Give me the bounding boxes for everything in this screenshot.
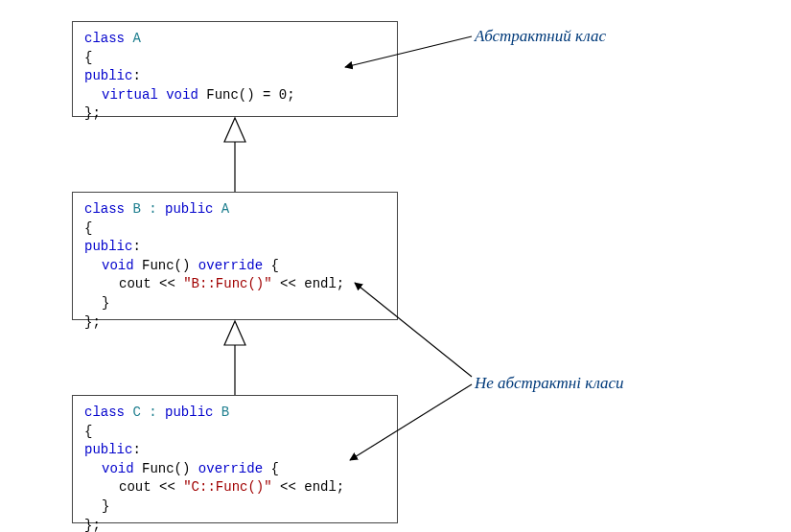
class-name: B :: [125, 201, 165, 217]
code-line: {: [84, 423, 385, 442]
code-line: public:: [84, 441, 385, 460]
code-line: };: [84, 313, 385, 333]
keyword-void: void: [166, 87, 198, 103]
code-line: virtual void Func() = 0;: [84, 86, 385, 105]
class-b-box: class B : public A { public: void Func()…: [72, 192, 398, 320]
code-line: void Func() override {: [84, 257, 385, 276]
keyword-void: void: [102, 461, 134, 476]
keyword-class: class: [84, 405, 125, 420]
code-line: cout << "C::Func()" << endl;: [84, 478, 385, 497]
code-line: public:: [84, 238, 385, 257]
code-line: class A: [84, 30, 385, 49]
code-line: };: [84, 104, 385, 124]
keyword-public: public: [165, 405, 213, 420]
code-line: {: [84, 49, 385, 68]
keyword-public: public: [165, 201, 213, 217]
class-c-box: class C : public B { public: void Func()…: [72, 395, 398, 523]
code-line: public:: [84, 67, 385, 86]
string-literal: "C::Func()": [183, 479, 271, 495]
keyword-override: override: [198, 461, 263, 476]
keyword-class: class: [84, 201, 125, 217]
class-name: C :: [125, 405, 165, 420]
class-a-box: class A { public: virtual void Func() = …: [72, 21, 398, 117]
class-name: A: [125, 31, 141, 46]
keyword-public: public: [84, 442, 132, 457]
code-line: class B : public A: [84, 200, 385, 220]
code-line: class C : public B: [84, 404, 385, 423]
string-literal: "B::Func()": [183, 276, 271, 291]
inheritance-connector-bc: [224, 321, 245, 395]
code-line: }: [84, 294, 385, 313]
note-abstract: Абстрактний клас: [475, 27, 606, 46]
code-line: {: [84, 220, 385, 239]
note-non-abstract: Не абстрактні класи: [475, 374, 624, 393]
keyword-override: override: [198, 258, 263, 273]
keyword-virtual: virtual: [102, 87, 158, 103]
keyword-public: public: [84, 68, 132, 83]
code-line: }: [84, 497, 385, 517]
keyword-void: void: [102, 258, 134, 273]
keyword-class: class: [84, 31, 125, 46]
code-line: void Func() override {: [84, 460, 385, 479]
inheritance-connector-ab: [224, 118, 245, 192]
code-line: cout << "B::Func()" << endl;: [84, 275, 385, 294]
base-name: B: [213, 405, 229, 420]
base-name: A: [213, 201, 229, 217]
code-line: };: [84, 517, 385, 532]
keyword-public: public: [84, 239, 132, 254]
